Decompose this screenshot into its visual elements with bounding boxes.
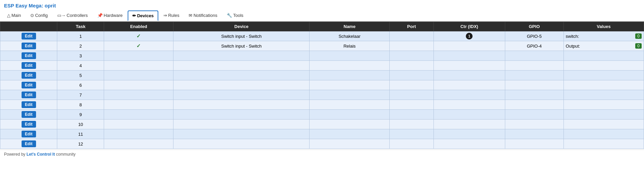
- task-cell: 4: [57, 61, 104, 71]
- value-label: switch:: [566, 34, 579, 39]
- edit-button-row-5[interactable]: Edit: [22, 72, 36, 79]
- port-cell: [389, 80, 433, 90]
- notifications-nav-label: Notifications: [193, 13, 217, 18]
- values-cell: Output:0: [564, 41, 644, 51]
- values-cell: [564, 139, 644, 149]
- checkmark-icon: ✓: [136, 43, 141, 49]
- task-cell: 7: [57, 90, 104, 100]
- footer-link[interactable]: Let's Control It: [27, 152, 55, 157]
- gpio-cell: [505, 90, 564, 100]
- col-device: Device: [173, 22, 310, 31]
- nav-item-main[interactable]: △Main: [3, 10, 25, 20]
- values-cell: [564, 51, 644, 61]
- col-name: Name: [310, 22, 389, 31]
- devices-table: Task Enabled Device Name Port Ctr (IDX) …: [0, 22, 644, 149]
- enabled-cell: [104, 90, 173, 100]
- nav-item-hardware[interactable]: 📌Hardware: [93, 10, 127, 20]
- gpio-cell: GPIO-4: [505, 41, 564, 51]
- edit-button-row-4[interactable]: Edit: [22, 62, 36, 69]
- table-row: Edit1✓Switch input - SwitchSchakelaar1GP…: [0, 31, 644, 41]
- nav-item-controllers[interactable]: ▭→Controllers: [53, 10, 92, 20]
- table-row: Edit5: [0, 71, 644, 80]
- nav-item-notifications[interactable]: ✉Notifications: [184, 10, 222, 20]
- edit-cell: Edit: [0, 31, 57, 41]
- gpio-cell: [505, 100, 564, 110]
- name-cell: [310, 120, 389, 129]
- edit-button-row-12[interactable]: Edit: [22, 140, 36, 147]
- gpio-cell: [505, 139, 564, 149]
- edit-button-row-11[interactable]: Edit: [22, 131, 36, 137]
- edit-cell: Edit: [0, 90, 57, 100]
- edit-button-row-3[interactable]: Edit: [22, 52, 36, 59]
- hardware-nav-icon: 📌: [97, 13, 103, 18]
- edit-button-row-6[interactable]: Edit: [22, 82, 36, 88]
- edit-button-row-10[interactable]: Edit: [22, 121, 36, 128]
- edit-button-row-2[interactable]: Edit: [22, 43, 36, 49]
- main-nav-label: Main: [11, 13, 21, 18]
- edit-cell: Edit: [0, 61, 57, 71]
- edit-button-row-1[interactable]: Edit: [22, 33, 36, 40]
- table-header-row: Task Enabled Device Name Port Ctr (IDX) …: [0, 22, 644, 31]
- ctr-idx-cell: [433, 129, 505, 139]
- name-cell: [310, 110, 389, 120]
- main-nav-icon: △: [7, 13, 10, 18]
- port-cell: [389, 120, 433, 129]
- app-title: ESP Easy Mega: oprit: [0, 0, 644, 10]
- col-task: Task: [57, 22, 104, 31]
- ctr-idx-cell: [433, 139, 505, 149]
- nav-item-rules[interactable]: ⇒Rules: [159, 10, 184, 20]
- task-cell: 5: [57, 71, 104, 80]
- col-values: Values: [564, 22, 644, 31]
- nav-item-config[interactable]: ⊙Config: [26, 10, 52, 20]
- gpio-cell: GPIO-5: [505, 31, 564, 41]
- port-cell: [389, 71, 433, 80]
- device-cell: [173, 61, 310, 71]
- footer-suffix: community: [55, 152, 75, 157]
- edit-button-row-9[interactable]: Edit: [22, 111, 36, 118]
- edit-cell: Edit: [0, 110, 57, 120]
- ctr-idx-badge: 1: [466, 33, 473, 40]
- value-badge: 0: [635, 43, 642, 49]
- enabled-cell: [104, 129, 173, 139]
- ctr-idx-cell: [433, 90, 505, 100]
- device-cell: Switch input - Switch: [173, 31, 310, 41]
- port-cell: [389, 61, 433, 71]
- table-row: Edit9: [0, 110, 644, 120]
- device-cell: [173, 80, 310, 90]
- device-cell: [173, 71, 310, 80]
- edit-button-row-7[interactable]: Edit: [22, 91, 36, 98]
- enabled-cell: ✓: [104, 41, 173, 51]
- value-badge: 0: [635, 33, 642, 39]
- footer-text: Powered by: [4, 152, 27, 157]
- tools-nav-icon: 🔧: [227, 13, 232, 18]
- port-cell: [389, 129, 433, 139]
- value-label: Output:: [566, 44, 580, 49]
- edit-cell: Edit: [0, 41, 57, 51]
- device-cell: [173, 51, 310, 61]
- values-cell: switch:0: [564, 31, 644, 41]
- device-cell: [173, 120, 310, 129]
- ctr-idx-cell: [433, 110, 505, 120]
- nav-item-devices[interactable]: ✏Devices: [128, 10, 158, 21]
- checkmark-icon: ✓: [136, 33, 141, 39]
- device-cell: Switch input - Switch: [173, 41, 310, 51]
- ctr-idx-cell: 1: [433, 31, 505, 41]
- task-cell: 10: [57, 120, 104, 129]
- name-cell: [310, 129, 389, 139]
- edit-button-row-8[interactable]: Edit: [22, 101, 36, 108]
- task-cell: 8: [57, 100, 104, 110]
- table-row: Edit8: [0, 100, 644, 110]
- table-row: Edit11: [0, 129, 644, 139]
- col-enabled: Enabled: [104, 22, 173, 31]
- col-gpio: GPIO: [505, 22, 564, 31]
- gpio-cell: [505, 71, 564, 80]
- values-cell: [564, 90, 644, 100]
- edit-cell: Edit: [0, 51, 57, 61]
- gpio-cell: [505, 51, 564, 61]
- values-cell: [564, 129, 644, 139]
- nav-item-tools[interactable]: 🔧Tools: [222, 10, 248, 20]
- edit-cell: Edit: [0, 100, 57, 110]
- edit-cell: Edit: [0, 129, 57, 139]
- device-cell: [173, 100, 310, 110]
- name-cell: [310, 61, 389, 71]
